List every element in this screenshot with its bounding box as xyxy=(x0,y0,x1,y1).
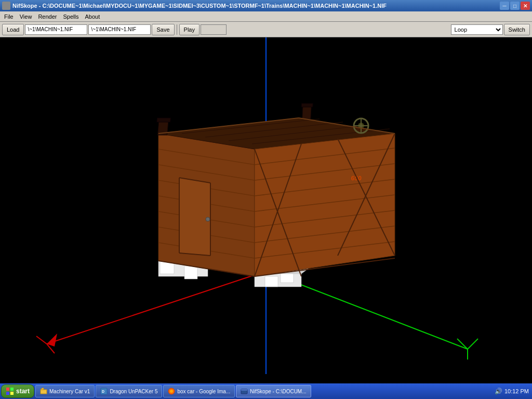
switch-button[interactable]: Switch xyxy=(504,24,530,35)
svg-line-1 xyxy=(47,271,266,344)
svg-rect-63 xyxy=(10,388,14,391)
menu-spells[interactable]: Spells xyxy=(60,12,82,21)
svg-rect-51 xyxy=(157,118,171,122)
menu-bar: File View Render Spells About xyxy=(0,11,532,22)
menu-view[interactable]: View xyxy=(17,12,35,21)
nifskope-icon xyxy=(241,388,248,395)
svg-marker-15 xyxy=(265,276,278,287)
svg-line-3 xyxy=(36,336,47,344)
start-label: start xyxy=(16,388,30,395)
close-button[interactable]: ✕ xyxy=(521,2,530,10)
svg-text:650: 650 xyxy=(351,175,362,182)
svg-rect-73 xyxy=(241,389,247,391)
svg-marker-26 xyxy=(179,178,210,256)
taskbar-item-2[interactable]: box car - Google Ima... xyxy=(163,385,235,397)
svg-marker-14 xyxy=(184,266,197,279)
load-button[interactable]: Load xyxy=(2,24,24,35)
path-input-2[interactable] xyxy=(88,24,151,35)
menu-about[interactable]: About xyxy=(82,12,103,21)
maximize-button[interactable]: □ xyxy=(510,2,520,10)
taskbar: start Machinery Car v1 D Dragon UnPACKer… xyxy=(0,383,532,399)
svg-text:D: D xyxy=(102,390,104,393)
toolbar: Load Save Play Loop Switch xyxy=(0,22,532,37)
scene-svg: 650 xyxy=(0,37,532,374)
svg-rect-52 xyxy=(302,106,311,119)
path-input-1[interactable] xyxy=(25,24,87,35)
svg-rect-65 xyxy=(10,392,14,395)
menu-render[interactable]: Render xyxy=(35,12,60,21)
viewport-3d[interactable]: 650 xyxy=(0,37,532,374)
taskbar-item-3-label: NifSkope - C:\DOCUM... xyxy=(250,389,306,394)
svg-rect-62 xyxy=(6,388,9,391)
svg-marker-2 xyxy=(47,334,57,347)
svg-rect-66 xyxy=(41,390,47,394)
speaker-icon: 🔊 xyxy=(495,388,502,395)
taskbar-item-0[interactable]: Machinery Car v1 xyxy=(35,385,95,397)
svg-rect-53 xyxy=(301,103,313,107)
window-title: NifSkope - C:\DOCUME~1\Michael\MYDOCU~1\… xyxy=(12,3,500,9)
window-controls: ─ □ ✕ xyxy=(500,2,530,10)
windows-logo-icon xyxy=(6,387,14,395)
menu-file[interactable]: File xyxy=(1,12,17,21)
taskbar-item-3[interactable]: NifSkope - C:\DOCUM... xyxy=(236,385,311,397)
title-bar: NifSkope - C:\DOCUME~1\Michael\MYDOCU~1\… xyxy=(0,0,532,11)
app-icon-1: D xyxy=(100,388,108,395)
app-icon xyxy=(2,2,10,10)
loop-select[interactable]: Loop xyxy=(451,24,503,35)
svg-line-8 xyxy=(468,339,478,349)
taskbar-item-1[interactable]: D Dragon UnPACKer 5 xyxy=(96,385,162,397)
taskbar-right: 🔊 10:12 PM xyxy=(493,388,531,395)
system-clock: 10:12 PM xyxy=(504,388,529,394)
taskbar-item-0-label: Machinery Car v1 xyxy=(49,389,90,394)
svg-marker-16 xyxy=(281,274,294,283)
svg-marker-67 xyxy=(41,388,44,390)
browser-icon xyxy=(168,388,175,395)
taskbar-item-1-label: Dragon UnPACKer 5 xyxy=(110,389,157,394)
play-button[interactable]: Play xyxy=(179,24,200,35)
save-button[interactable]: Save xyxy=(152,24,174,35)
svg-point-71 xyxy=(170,390,173,393)
separator-1 xyxy=(177,24,177,35)
svg-rect-64 xyxy=(6,392,9,395)
start-button[interactable]: start xyxy=(1,384,34,398)
minimize-button[interactable]: ─ xyxy=(500,2,509,10)
taskbar-item-2-label: box car - Google Ima... xyxy=(177,389,230,394)
svg-point-31 xyxy=(206,217,210,221)
folder-icon xyxy=(40,388,47,395)
play-progress[interactable] xyxy=(201,24,227,35)
